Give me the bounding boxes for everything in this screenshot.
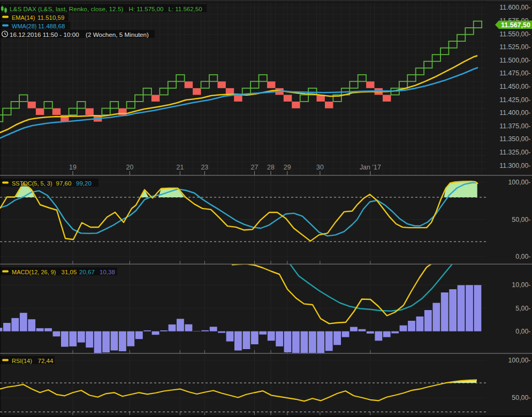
svg-text:L: 11.562,50: L: 11.562,50 xyxy=(169,6,202,12)
svg-text:11.525,00-: 11.525,00- xyxy=(499,43,530,51)
svg-text:L&S DAX (L&S, last, Renko, clo: L&S DAX (L&S, last, Renko, close, 12.5) xyxy=(10,5,124,13)
svg-text:11.450,00-: 11.450,00- xyxy=(499,83,530,90)
svg-text:31,05: 31,05 xyxy=(62,269,77,275)
svg-text:30: 30 xyxy=(316,164,324,171)
svg-text:(2 Wochen, 5 Minuten): (2 Wochen, 5 Minuten) xyxy=(86,31,149,38)
svg-text:10,38: 10,38 xyxy=(100,269,115,275)
svg-text:20,67: 20,67 xyxy=(79,269,95,275)
svg-text:72,44: 72,44 xyxy=(38,358,54,364)
svg-text:11.425,00-: 11.425,00- xyxy=(499,96,530,104)
svg-text:16.12.2016 11:50 - 10:00: 16.12.2016 11:50 - 10:00 xyxy=(10,31,79,38)
svg-text:MACD(12, 26, 9): MACD(12, 26, 9) xyxy=(12,269,56,275)
svg-text:23: 23 xyxy=(201,164,208,171)
svg-text:EMA(14): EMA(14) xyxy=(12,14,35,21)
svg-text:H: 11.575,00: H: 11.575,00 xyxy=(129,6,164,12)
svg-text:5,00-: 5,00- xyxy=(515,305,530,312)
svg-text:11.350,00-: 11.350,00- xyxy=(499,135,530,143)
svg-text:11.325,00-: 11.325,00- xyxy=(499,149,530,156)
svg-text:0,00-: 0,00- xyxy=(515,253,530,260)
svg-text:11.600,00-: 11.600,00- xyxy=(499,4,530,11)
svg-text:50,00-: 50,00- xyxy=(512,394,530,401)
svg-text:28: 28 xyxy=(267,164,275,171)
svg-text:10,00-: 10,00- xyxy=(512,281,530,289)
svg-text:WMA(28): WMA(28) xyxy=(12,23,36,29)
svg-text:50,00-: 50,00- xyxy=(512,216,530,223)
svg-text:11.500,00-: 11.500,00- xyxy=(499,57,530,64)
svg-text:21: 21 xyxy=(177,164,184,171)
svg-text:11.400,00-: 11.400,00- xyxy=(499,109,530,117)
svg-text:100,00-: 100,00- xyxy=(508,179,530,186)
svg-text:29: 29 xyxy=(284,164,291,171)
svg-text:11.510,59: 11.510,59 xyxy=(37,14,64,21)
svg-text:97,60: 97,60 xyxy=(56,180,72,187)
svg-text:100,00-: 100,00- xyxy=(508,357,530,364)
svg-text:20: 20 xyxy=(126,164,134,171)
svg-text:Jan ’17: Jan ’17 xyxy=(360,164,381,171)
svg-text:11.475,00-: 11.475,00- xyxy=(499,70,530,77)
svg-text:11.567,50: 11.567,50 xyxy=(501,21,530,29)
svg-text:11.488,68: 11.488,68 xyxy=(38,23,65,29)
svg-text:99,20: 99,20 xyxy=(76,180,92,187)
svg-text:11.300,00-: 11.300,00- xyxy=(499,162,530,169)
svg-text:27: 27 xyxy=(251,164,259,171)
svg-text:11.375,00-: 11.375,00- xyxy=(499,122,530,130)
svg-text:RSI(14): RSI(14) xyxy=(12,358,32,364)
svg-text:19: 19 xyxy=(69,164,77,171)
svg-text:SSTOC(5, 5, 3): SSTOC(5, 5, 3) xyxy=(12,180,52,187)
svg-text:0,00-: 0,00- xyxy=(515,328,530,335)
svg-text:11.550,00-: 11.550,00- xyxy=(499,30,530,38)
